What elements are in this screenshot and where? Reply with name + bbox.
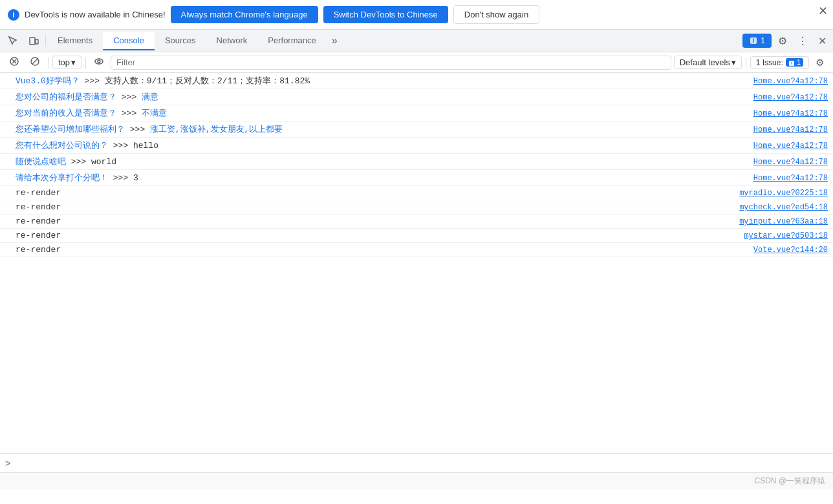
log-source-link[interactable]: Home.vue?4a12:78 (753, 174, 828, 183)
console-toolbar: top ▾ Default levels ▾ 1 Issue: 1 ⚙ (0, 52, 833, 73)
block-button[interactable] (26, 55, 44, 70)
context-label: top (58, 58, 70, 67)
console-input-row: > (0, 453, 833, 472)
log-source-link[interactable]: Home.vue?4a12:78 (753, 158, 828, 167)
info-icon: i (8, 9, 19, 21)
tab-performance[interactable]: Performance (257, 32, 326, 50)
levels-arrow: ▾ (731, 58, 736, 67)
log-text: 您有什么想对公司说的？ >>> hello (16, 140, 743, 151)
log-row: 您有什么想对公司说的？ >>> helloHome.vue?4a12:78 (0, 138, 833, 154)
notification-bar: i DevTools is now available in Chinese! … (0, 0, 833, 30)
log-text: 您对公司的福利是否满意？ >>> 满意 (16, 91, 743, 103)
tabs-bar: Elements Console Sources Network Perform… (0, 30, 833, 52)
log-row: 您对公司的福利是否满意？ >>> 满意Home.vue?4a12:78 (0, 89, 833, 105)
log-source-link[interactable]: myradio.vue?0225:18 (739, 189, 828, 198)
clear-console-button[interactable] (5, 55, 23, 70)
svg-point-8 (95, 59, 103, 64)
log-row: re-rendermyinput.vue?63aa:18 (0, 215, 833, 229)
always-match-button[interactable]: Always match Chrome's language (171, 6, 318, 23)
issues-badge: 1 (786, 58, 803, 66)
issues-button[interactable]: 1 Issue: 1 (750, 56, 809, 69)
log-source-link[interactable]: Home.vue?4a12:78 (753, 109, 828, 118)
log-text: re-render (16, 202, 729, 212)
log-text: re-render (16, 216, 729, 226)
log-source-link[interactable]: myinput.vue?63aa:18 (739, 217, 828, 226)
footer-text: CSDN @一笑程序猿 (754, 476, 825, 487)
svg-rect-0 (30, 37, 35, 45)
dont-show-again-button[interactable]: Don't show again (453, 5, 539, 24)
issues-count: 1 (761, 36, 765, 45)
issues-prefix: 1 Issue: (756, 58, 783, 67)
log-text: 随便说点啥吧 >>> world (16, 156, 743, 167)
log-text: re-render (16, 188, 729, 198)
log-source-link[interactable]: Home.vue?4a12:78 (753, 77, 828, 86)
log-row: 您还希望公司增加哪些福利？ >>> 涨工资,涨饭补,发女朋友,以上都要Home.… (0, 121, 833, 138)
log-text: 请给本次分享打个分吧！ >>> 3 (16, 172, 743, 184)
log-row: Vue3.0好学吗？ >>> 支持人数：9/11；反对人数：2/11；支持率：8… (0, 73, 833, 89)
log-text: re-render (16, 245, 743, 255)
filter-input[interactable] (111, 56, 671, 70)
log-row: 随便说点啥吧 >>> worldHome.vue?4a12:78 (0, 154, 833, 170)
footer: CSDN @一笑程序猿 (0, 472, 833, 489)
svg-rect-1 (36, 39, 38, 44)
eye-icon-button[interactable] (90, 55, 108, 70)
console-settings-button[interactable]: ⚙ (812, 56, 828, 70)
inspect-element-button[interactable] (3, 33, 23, 48)
context-selector[interactable]: top ▾ (52, 56, 81, 69)
svg-point-9 (98, 60, 100, 63)
notification-text: DevTools is now available in Chinese! (25, 10, 166, 19)
levels-label: Default levels (680, 58, 730, 67)
log-row: 请给本次分享打个分吧！ >>> 3Home.vue?4a12:78 (0, 170, 833, 186)
console-chevron: > (5, 458, 10, 468)
tab-console[interactable]: Console (103, 32, 155, 50)
settings-button[interactable]: ⚙ (774, 32, 791, 50)
log-row: re-rendermycheck.vue?ed54:18 (0, 200, 833, 215)
tab-network[interactable]: Network (206, 32, 258, 50)
log-row: re-rendermyradio.vue?0225:18 (0, 186, 833, 200)
log-row: 您对当前的收入是否满意？ >>> 不满意Home.vue?4a12:78 (0, 105, 833, 121)
log-text: 您对当前的收入是否满意？ >>> 不满意 (16, 107, 743, 119)
issues-badge-button[interactable]: 1 (742, 34, 772, 48)
log-row: re-rendermystar.vue?d503:18 (0, 229, 833, 243)
log-source-link[interactable]: Home.vue?4a12:78 (753, 93, 828, 102)
log-text: 您还希望公司增加哪些福利？ >>> 涨工资,涨饭补,发女朋友,以上都要 (16, 123, 743, 135)
more-tabs-button[interactable]: » (327, 32, 343, 49)
tab-elements[interactable]: Elements (47, 32, 103, 50)
device-toolbar-button[interactable] (23, 33, 44, 48)
notification-close-button[interactable]: ✕ (818, 5, 828, 17)
log-source-link[interactable]: Vote.vue?c144:20 (753, 246, 828, 255)
tab-sources[interactable]: Sources (155, 32, 206, 50)
log-text: Vue3.0好学吗？ >>> 支持人数：9/11；反对人数：2/11；支持率：8… (16, 75, 743, 87)
more-options-button[interactable]: ⋮ (794, 32, 812, 50)
log-source-link[interactable]: mystar.vue?d503:18 (744, 231, 828, 240)
log-source-link[interactable]: Home.vue?4a12:78 (753, 142, 828, 151)
svg-line-7 (32, 59, 38, 64)
log-row: re-renderVote.vue?c144:20 (0, 243, 833, 257)
switch-devtools-button[interactable]: Switch DevTools to Chinese (323, 6, 448, 23)
log-source-link[interactable]: mycheck.vue?ed54:18 (739, 203, 828, 212)
levels-selector[interactable]: Default levels ▾ (674, 56, 742, 69)
context-arrow: ▾ (71, 58, 76, 67)
log-source-link[interactable]: Home.vue?4a12:78 (753, 125, 828, 134)
console-output: Vue3.0好学吗？ >>> 支持人数：9/11；反对人数：2/11；支持率：8… (0, 73, 833, 453)
log-text: re-render (16, 231, 733, 240)
close-devtools-button[interactable]: ✕ (814, 32, 830, 50)
